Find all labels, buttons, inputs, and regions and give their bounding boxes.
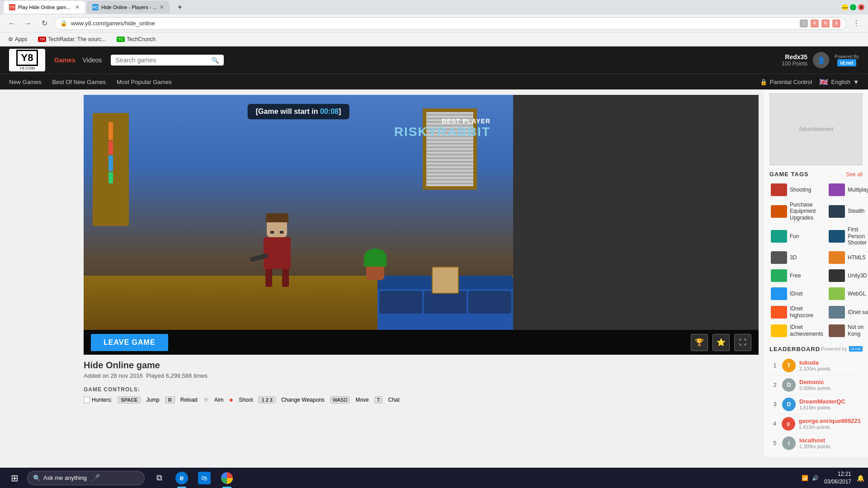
leave-game-button[interactable]: LEAVE GAME	[91, 334, 168, 351]
search-input[interactable]	[115, 56, 208, 64]
timer-value: 00:08	[320, 108, 339, 115]
tab-1-favicon: Y8	[9, 4, 15, 10]
taskbar-app-store[interactable]: 🛍	[193, 468, 215, 488]
player-3-name[interactable]: DreamMasterQC	[799, 398, 861, 405]
sub-nav: New Games Best Of New Games Most Popular…	[0, 74, 868, 89]
bookmark-star-icon[interactable]: ☆	[800, 19, 808, 28]
tag-idnet-highscore-thumb	[771, 306, 787, 319]
tag-multiplayer-thumb	[829, 183, 845, 196]
close-button[interactable]: ✕	[858, 4, 864, 10]
player-5-name[interactable]: localhost	[799, 437, 861, 444]
tag-webgl[interactable]: WebGL	[827, 286, 868, 301]
taskbar-app-chrome[interactable]	[216, 468, 238, 488]
subnav-best-of-new[interactable]: Best Of New Games	[52, 79, 106, 85]
reload-button[interactable]: ↻	[38, 17, 51, 30]
tag-fps[interactable]: First Person Shooter	[827, 225, 868, 247]
tab-2[interactable]: HO Hide Online - Players - ... ✕	[87, 1, 170, 14]
tag-purchase-label: Purchase Equipment Upgrades	[790, 202, 823, 221]
tag-html5[interactable]: HTML5	[827, 250, 868, 265]
tag-shooting[interactable]: Shooting	[769, 182, 825, 197]
taskbar-search[interactable]: 🔍 Ask me anything 🎤	[27, 471, 145, 485]
leaderboard-section: LEADERBOARD Powered by id.net 1 T tukuda…	[769, 346, 863, 453]
leaderboard-row-4: 4 g george.enrique989221 1,413m points	[769, 414, 863, 434]
nav-videos[interactable]: Videos	[83, 56, 102, 64]
tag-multiplayer[interactable]: Multiplayer	[827, 182, 868, 197]
subnav-new-games[interactable]: New Games	[9, 79, 42, 85]
notification-icon[interactable]: 🔔	[857, 474, 864, 482]
avatar-2: D	[782, 378, 796, 392]
fullscreen-button[interactable]: ⛶	[734, 334, 751, 351]
taskbar-app-edge[interactable]: e	[171, 468, 193, 488]
tab-1-close[interactable]: ✕	[75, 4, 80, 10]
hunters-checkbox: Hunters:	[84, 397, 112, 403]
wasd-key: WASD	[330, 396, 350, 404]
bookmark-techcrunch[interactable]: TC TechCrunch	[114, 35, 158, 43]
user-points: 100 Points	[782, 61, 807, 67]
num-keys: 1 2 3	[258, 396, 275, 404]
new-tab-button[interactable]: +	[173, 1, 187, 14]
bookmark-apps[interactable]: ⚙ Apps	[5, 35, 30, 43]
tag-idnet-save[interactable]: IDnet save	[827, 304, 868, 320]
minimize-button[interactable]: —	[842, 4, 848, 10]
address-bar[interactable]: 🔒 www.y8.com/games/hide_online ☆ R R A	[54, 17, 846, 30]
trophy-button[interactable]: 🏆	[691, 334, 708, 351]
tag-3d[interactable]: 3D	[769, 250, 825, 265]
avatar-4: g	[782, 417, 795, 431]
tag-fun[interactable]: Fun	[769, 225, 825, 247]
address-text: www.y8.com/games/hide_online	[71, 20, 155, 27]
tag-html5-thumb	[829, 251, 845, 264]
tab-1[interactable]: Y8 Play Hide Online gam... ✕	[4, 1, 85, 14]
tag-idnet-highscore[interactable]: IDnet highscore	[769, 304, 825, 320]
jump-label: Jump	[146, 397, 159, 403]
favorite-button[interactable]: ⭐	[712, 334, 730, 351]
player-5-points: 1,309m points	[799, 444, 861, 449]
user-avatar[interactable]: 👤	[813, 52, 829, 68]
player-5-info: localhost 1,309m points	[799, 437, 861, 449]
forward-button[interactable]: →	[22, 17, 34, 30]
search-button[interactable]: 🔍	[212, 57, 219, 64]
player-1-name[interactable]: tukuda	[799, 359, 861, 366]
checkbox-hunters[interactable]	[84, 397, 90, 403]
game-overlay: [Game will start in 00:08] BEST PLAYER R…	[84, 95, 513, 330]
bookmark-techradar-label: TechRadar: The sourc...	[48, 36, 106, 42]
tag-achievements[interactable]: IDnet achievements	[769, 323, 825, 338]
bookmark-apps-label: Apps	[15, 36, 27, 42]
game-frame[interactable]: [Game will start in 00:08] BEST PLAYER R…	[84, 95, 513, 330]
start-button[interactable]: ⊞	[4, 468, 25, 488]
tag-free-label: Free	[790, 272, 801, 279]
player-4-name[interactable]: george.enrique989221	[799, 418, 861, 424]
game-background: [Game will start in 00:08] BEST PLAYER R…	[84, 95, 513, 330]
r-key: R	[165, 396, 175, 404]
subnav-most-popular[interactable]: Most Popular Games	[117, 79, 172, 85]
tag-idnet[interactable]: IDnet	[769, 286, 825, 301]
tag-free[interactable]: Free	[769, 268, 825, 283]
tab-2-title: Hide Online - Players - ...	[101, 5, 157, 10]
y8-logo[interactable]: Y8 Y8.COM	[9, 49, 45, 71]
parental-control[interactable]: 🔒 Parental Control	[760, 79, 812, 85]
tag-purchase[interactable]: Purchase Equipment Upgrades	[769, 200, 825, 222]
edge-icon: e	[175, 472, 188, 484]
back-button[interactable]: ←	[5, 17, 18, 30]
extension-icon-2: R	[821, 19, 830, 28]
nav-games[interactable]: Games	[54, 56, 75, 64]
tab-2-close[interactable]: ✕	[160, 4, 164, 10]
player-2-name[interactable]: Demonic	[799, 379, 861, 385]
store-icon: 🛍	[198, 472, 211, 484]
browser-chrome: Y8 Play Hide Online gam... ✕ HO Hide Onl…	[0, 0, 868, 47]
tag-not-on-kong[interactable]: Not on Kong	[827, 323, 868, 338]
menu-button[interactable]: ⋮	[850, 17, 863, 30]
rank-2: 2	[771, 381, 778, 388]
player-4-points: 1,413m points	[799, 424, 861, 430]
language-selector[interactable]: 🇬🇧 English ▼	[819, 78, 859, 86]
maximize-button[interactable]: □	[850, 4, 856, 10]
taskbar-app-task-view[interactable]: ⧉	[148, 468, 170, 488]
best-player-label: BEST PLAYER	[394, 117, 491, 125]
t-key: T	[374, 396, 383, 404]
tag-stealth[interactable]: Stealth	[827, 200, 868, 222]
bookmark-techradar[interactable]: TR TechRadar: The sourc...	[35, 35, 108, 43]
game-info: Hide Online game Added on 28 nov 2016 Pl…	[84, 355, 764, 383]
see-all-tags-link[interactable]: See all	[846, 171, 863, 178]
tag-webgl-label: WebGL	[848, 291, 866, 297]
tag-unity3d[interactable]: Unity3D	[827, 268, 868, 283]
game-action-buttons: 🏆 ⭐ ⛶	[691, 334, 751, 351]
